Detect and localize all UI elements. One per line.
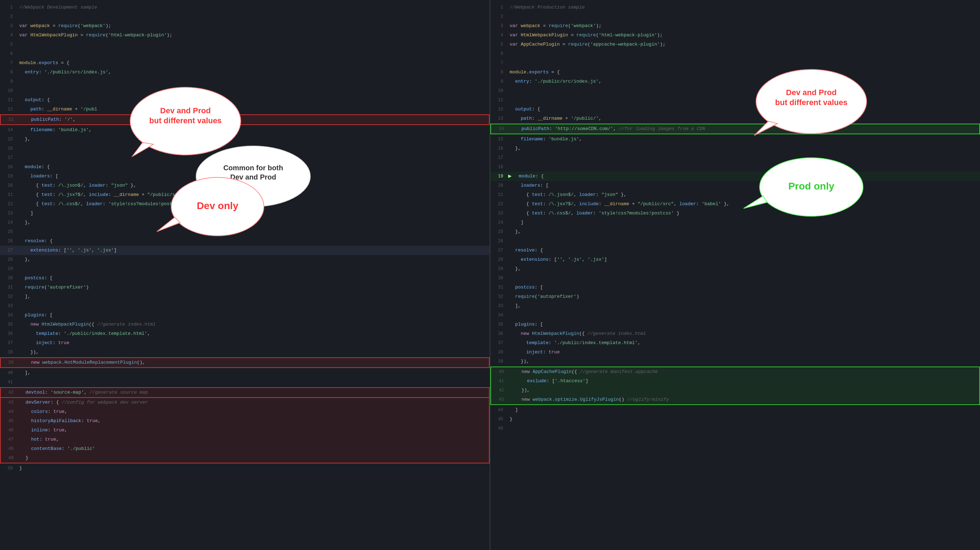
- line: 11 output: {: [0, 95, 490, 105]
- line-dev-only: 39 new webpack.HotModuleReplacementPlugi…: [0, 357, 490, 368]
- line-public-path-prod: 14 publicPath: 'http://someCDN.com/', //…: [490, 124, 980, 134]
- line: 47 hot: true,: [0, 435, 490, 444]
- line: 14 filename: 'bundle.js',: [0, 125, 490, 135]
- line: 3 var webpack = require('webpack');: [0, 21, 490, 31]
- line: 29 },: [490, 264, 980, 274]
- line: 1 //Webpack Development sample: [0, 3, 490, 12]
- line: 2: [0, 12, 490, 21]
- line: 15 },: [0, 135, 490, 144]
- line: 33 ],: [490, 301, 980, 311]
- line: 24 ]: [490, 218, 980, 227]
- line: 1 //Webpack Production sample: [490, 3, 980, 12]
- line: 35 plugins: [: [490, 320, 980, 329]
- line: 19 loaders: [: [0, 172, 490, 181]
- line: 4 var HtmlWebpackPlugin = require('html-…: [0, 31, 490, 40]
- line: 12 path: __dirname + '/publ: [0, 105, 490, 114]
- left-pane: 1 //Webpack Development sample 2 3 var w…: [0, 0, 490, 550]
- line: 31 require('autoprefixer'): [0, 283, 490, 292]
- line: 45 historyApiFallback: true,: [0, 417, 490, 426]
- line-devtool: 42 devtool: 'source-map', //generate sou…: [0, 387, 490, 398]
- line: 26: [490, 236, 980, 246]
- line: 20 { test: /\.json$/, loader: "json" },: [0, 181, 490, 190]
- line: 42 }),: [490, 386, 980, 395]
- line: 38 }),: [0, 348, 490, 357]
- line: 32 ],: [0, 292, 490, 301]
- line: 21 { test: /\.json$/, loader: "json" },: [490, 190, 980, 200]
- line: 29: [0, 264, 490, 274]
- line: 27 resolve: {: [490, 246, 980, 255]
- line: 43 devServer: { //config for webpack dev…: [0, 398, 490, 407]
- line: 28 extensions: ['', '.js', '.jsx']: [490, 255, 980, 264]
- right-code: 1 //Webpack Production sample 2 3 var we…: [490, 0, 980, 436]
- line-highlighted-red: 13 publicPath: '/',: [0, 114, 490, 125]
- right-pane: 1 //Webpack Production sample 2 3 var we…: [490, 0, 980, 550]
- line: 36 template: './public/index.template.ht…: [0, 329, 490, 338]
- line: 7 module.exports = {: [0, 59, 490, 68]
- line: 44 ]: [490, 406, 980, 415]
- line: 32 require('autoprefixer'): [490, 292, 980, 301]
- line: 30: [490, 274, 980, 283]
- line: 6: [490, 49, 980, 59]
- line: 11: [490, 95, 980, 105]
- line: 46: [490, 424, 980, 433]
- line: 7: [490, 59, 980, 68]
- line: 16: [0, 144, 490, 153]
- line: 44 colors: true,: [0, 407, 490, 417]
- line: 13 path: __dirname + '/public/',: [490, 114, 980, 123]
- line: 23 { test: /\.css$/, loader: 'style!css?…: [490, 209, 980, 218]
- line: 24 },: [0, 218, 490, 227]
- line: 28 },: [0, 255, 490, 264]
- line: 49 }: [0, 453, 490, 463]
- line: 2: [490, 12, 980, 21]
- line: 35 new HtmlWebpackPlugin({ //generate in…: [0, 320, 490, 329]
- line: 37 template: './public/index.template.ht…: [490, 338, 980, 348]
- line: 5: [0, 40, 490, 49]
- line: 31 postcss: [: [490, 283, 980, 292]
- line: 34 plugins: [: [0, 311, 490, 320]
- line: 37 inject: true: [0, 338, 490, 348]
- line: 38 inject: true: [490, 348, 980, 357]
- line: 48 contentBase: './public': [0, 444, 490, 453]
- line: 8 entry: './public/src/index.js',: [0, 68, 490, 77]
- line: 18: [490, 162, 980, 172]
- line: 30 postcss: [: [0, 274, 490, 283]
- line: 39 }),: [490, 357, 980, 366]
- line: 12 output: {: [490, 105, 980, 114]
- line: 9: [0, 77, 490, 86]
- line-appcache: 40 new AppCachePlugin({ //generate manif…: [490, 366, 980, 377]
- line: 23 ]: [0, 209, 490, 218]
- line: 26 resolve: {: [0, 236, 490, 246]
- line: 15 filename: 'bundle.js',: [490, 135, 980, 144]
- line: 9 entry: './public/src/index.js',: [490, 77, 980, 86]
- line: 34: [490, 311, 980, 320]
- line: 33: [0, 301, 490, 311]
- line: 10: [490, 86, 980, 95]
- line: 25 },: [490, 227, 980, 236]
- line: 20 loaders: [: [490, 181, 980, 190]
- line: 36 new HtmlWebpackPlugin({ //generate in…: [490, 329, 980, 338]
- line: 46 inline: true,: [0, 426, 490, 435]
- line: 27 extensions: ['', '.js', '.jsx']: [0, 246, 490, 255]
- line: 17: [490, 153, 980, 162]
- line: 41: [0, 377, 490, 387]
- line: 3 var webpack = require('webpack');: [490, 21, 980, 31]
- line: 41 exclude: ['.htaccess']: [490, 377, 980, 386]
- line: 6: [0, 49, 490, 59]
- line: 19 ▶ module: {: [490, 172, 980, 181]
- line: 25: [0, 227, 490, 236]
- line: 40 ],: [0, 368, 490, 377]
- line: 45 }: [490, 415, 980, 424]
- line: 18 module: {: [0, 162, 490, 172]
- line: 4 var HtmlWebpackPlugin = require('html-…: [490, 31, 980, 40]
- left-code: 1 //Webpack Development sample 2 3 var w…: [0, 0, 490, 476]
- line: 22 { test: /\.css$/, loader: 'style!css?…: [0, 200, 490, 209]
- line: 43 new webpack.optimize.UglifyJsPlugin()…: [490, 395, 980, 405]
- line: 17: [0, 153, 490, 162]
- line: 22 { test: /\.jsx?$/, include: __dirname…: [490, 200, 980, 209]
- line: 21 { test: /\.jsx?$/, include: __dirname…: [0, 190, 490, 200]
- line: 16 },: [490, 144, 980, 153]
- line: 8 module.exports = {: [490, 68, 980, 77]
- line: 50 }: [0, 464, 490, 473]
- line: 10: [0, 86, 490, 95]
- line: 5 var AppCachePlugin = require('appcache…: [490, 40, 980, 49]
